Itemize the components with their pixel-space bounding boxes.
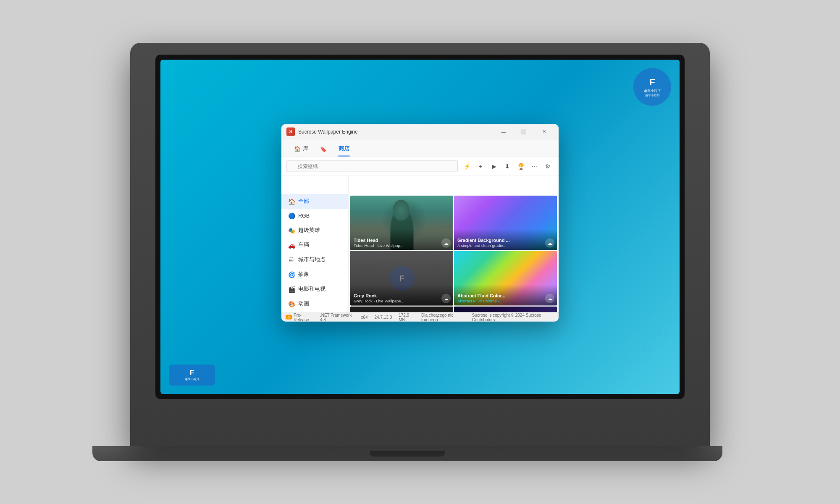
rock-cloud-btn[interactable]: ☁ <box>441 294 451 303</box>
gallery-label-fluid: Abstract Fluid Color... Abstract Fluid C… <box>454 285 557 306</box>
movie-icon: 🎬 <box>288 286 295 292</box>
close-button[interactable]: ✕ <box>534 126 554 137</box>
nav-bar: 🏠 库 🔖 商店 <box>281 139 559 157</box>
add-button[interactable]: + <box>475 160 486 172</box>
laptop-base <box>92 446 722 461</box>
tides-subtitle: Tides Head - Live Wallpap... <box>354 243 450 248</box>
bookmark-icon: 🔖 <box>320 146 327 152</box>
abstract-icon: 🌀 <box>288 271 295 278</box>
restore-button[interactable]: ⬜ <box>514 126 533 137</box>
heroes-icon: 🎭 <box>288 227 295 234</box>
pre-release-badge: ⚠ <box>286 315 292 320</box>
pre-release-label: Pre-Release <box>294 312 313 322</box>
fluid-cloud-btn[interactable]: ☁ <box>545 294 554 303</box>
sidebar-item-heroes[interactable]: 🎭 超级英雄 <box>281 223 348 238</box>
status-framework: .NET Framework 4.8 <box>320 312 354 322</box>
nav-content-area: 🏠 全部 🔵 RGB 🎭 超级英雄 <box>281 176 559 312</box>
app-title: Sucrose Wallpaper Engine <box>298 129 494 134</box>
gallery-item-rog[interactable]: ROG 2024 ☁ <box>454 307 557 312</box>
screen-bezel: F 趣享小程序 趣享小程序 F 趣享小程序 S Sucrose Wallpape… <box>155 55 685 399</box>
search-wrapper: 🔍 <box>286 160 458 172</box>
gallery: Tides Head Tides Head - Live Wallpap... … <box>349 176 559 312</box>
rock-title: Grey Rock <box>354 293 450 298</box>
title-bar: S Sucrose Wallpaper Engine — ⬜ ✕ <box>281 124 559 139</box>
tab-shop[interactable]: 商店 <box>333 142 355 157</box>
search-input[interactable] <box>286 160 458 172</box>
movie-label: 电影和电视 <box>298 286 326 293</box>
laptop-frame: F 趣享小程序 趣享小程序 F 趣享小程序 S Sucrose Wallpape… <box>118 43 722 461</box>
laptop-notch <box>370 451 445 457</box>
window-body: 🔍 ⚡ + ▶ ⬇ 🏆 ⋯ ⚙ <box>281 157 559 312</box>
gallery-item-gradient[interactable]: Gradient Background ... A simple and cle… <box>454 196 557 250</box>
watermark-bottom-left: F 趣享小程序 <box>169 365 215 386</box>
sidebar-item-anime[interactable]: 📱 动漫 <box>281 311 348 312</box>
gallery-label-gradient: Gradient Background ... A simple and cle… <box>454 229 557 250</box>
shop-label: 商店 <box>339 145 349 152</box>
more-button[interactable]: ⋯ <box>528 160 540 172</box>
sidebar-item-cities[interactable]: 🏛 城市与地点 <box>281 252 348 267</box>
gallery-item-rock[interactable]: F Grey Rock Grey Rock - Live Wallpape...… <box>350 251 453 306</box>
tides-title: Tides Head <box>354 238 450 243</box>
tab-library-label: 库 <box>303 145 308 152</box>
abstract-label: 抽象 <box>298 271 309 278</box>
heroes-label: 超级英雄 <box>298 227 320 234</box>
vehicles-label: 车辆 <box>298 242 309 249</box>
window-controls: — ⬜ ✕ <box>494 126 554 137</box>
status-size: 172.9 MB <box>399 312 415 322</box>
gallery-item-bulb[interactable]: Bulb ☁ <box>350 307 453 312</box>
cities-label: 城市与地点 <box>298 256 326 263</box>
status-arch: x64 <box>361 315 368 320</box>
screen-display: F 趣享小程序 趣享小程序 F 趣享小程序 S Sucrose Wallpape… <box>160 60 680 394</box>
gradient-cloud-btn[interactable]: ☁ <box>545 239 554 248</box>
sidebar-item-vehicles[interactable]: 🚗 车辆 <box>281 238 348 252</box>
minimize-button[interactable]: — <box>494 126 513 137</box>
app-icon: S <box>286 127 295 136</box>
toolbar-icons: ⚡ + ▶ ⬇ 🏆 ⋯ ⚙ <box>461 160 554 172</box>
rock-subtitle: Grey Rock - Live Wallpape... <box>354 299 450 303</box>
rgb-icon: 🔵 <box>288 213 295 219</box>
vehicles-icon: 🚗 <box>288 242 295 248</box>
gallery-item-tides[interactable]: Tides Head Tides Head - Live Wallpap... … <box>350 196 453 250</box>
play-button[interactable]: ▶ <box>488 160 500 172</box>
trophy-button[interactable]: 🏆 <box>515 160 527 172</box>
all-icon: 🏠 <box>288 198 295 205</box>
tab-library[interactable]: 🏠 库 <box>288 142 314 157</box>
cities-icon: 🏛 <box>288 256 295 263</box>
status-version: 24.7.13.0 <box>374 315 392 320</box>
status-bar: ⚠ Pre-Release .NET Framework 4.8 x64 24.… <box>281 312 559 322</box>
tides-cloud-btn[interactable]: ☁ <box>441 239 451 248</box>
fluid-title: Abstract Fluid Color... <box>457 293 554 298</box>
gradient-subtitle: A simple and clean gradie... <box>457 243 554 248</box>
library-icon: 🏠 <box>294 145 301 152</box>
thumb-bulb <box>350 307 453 312</box>
sidebar-item-abstract[interactable]: 🌀 抽象 <box>281 267 348 282</box>
gallery-label-tides: Tides Head Tides Head - Live Wallpap... <box>350 229 453 250</box>
animation-icon: 🎨 <box>288 300 295 307</box>
settings-button[interactable]: ⚙ <box>542 160 554 172</box>
lightning-button[interactable]: ⚡ <box>461 160 473 172</box>
gallery-item-fluid[interactable]: Abstract Fluid Color... Abstract Fluid C… <box>454 251 557 306</box>
thumb-rog <box>454 307 557 312</box>
download-button[interactable]: ⬇ <box>501 160 513 172</box>
sidebar-item-movie[interactable]: 🎬 电影和电视 <box>281 282 348 297</box>
sidebar-item-all[interactable]: 🏠 全部 <box>281 194 348 209</box>
gradient-title: Gradient Background ... <box>457 238 554 243</box>
tab-bookmark[interactable]: 🔖 <box>314 143 333 157</box>
status-locale: Dla chcącego nic trudnego <box>421 312 465 322</box>
gallery-label-rock: Grey Rock Grey Rock - Live Wallpape... <box>350 285 453 306</box>
toolbar-row: 🔍 ⚡ + ▶ ⬇ 🏆 ⋯ ⚙ <box>281 157 559 176</box>
laptop-screen-housing: F 趣享小程序 趣享小程序 F 趣享小程序 S Sucrose Wallpape… <box>130 43 710 446</box>
rgb-label: RGB <box>298 213 310 219</box>
all-label: 全部 <box>298 198 309 205</box>
status-pre-release: ⚠ Pre-Release <box>286 312 313 322</box>
watermark-top-right: F 趣享小程序 趣享小程序 <box>633 68 671 106</box>
sidebar-item-animation[interactable]: 🎨 动画 <box>281 297 348 311</box>
sidebar: 🏠 全部 🔵 RGB 🎭 超级英雄 <box>281 176 349 312</box>
sidebar-item-rgb[interactable]: 🔵 RGB <box>281 209 348 223</box>
status-copyright: Sucrose is copyright © 2024 Sucrose Cont… <box>472 312 554 322</box>
fluid-subtitle: Abstract Fluid Colorful -... <box>457 299 554 303</box>
animation-label: 动画 <box>298 300 309 307</box>
app-window: S Sucrose Wallpaper Engine — ⬜ ✕ 🏠 库 <box>281 124 559 322</box>
